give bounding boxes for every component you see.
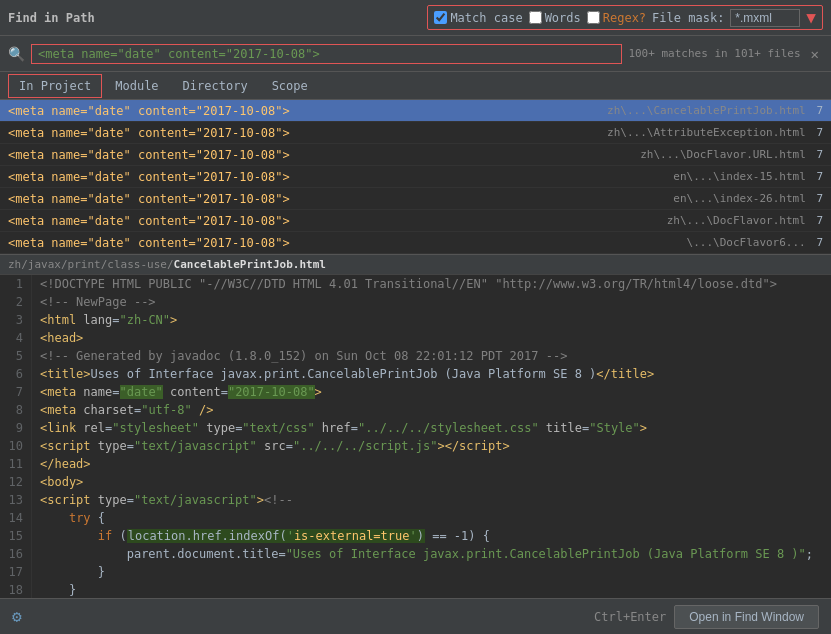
code-line: 6 <title>Uses of Interface javax.print.C… xyxy=(0,365,831,383)
regex-option[interactable]: Regex? xyxy=(587,11,646,25)
code-line: 8 <meta charset="utf-8" /> xyxy=(0,401,831,419)
result-row[interactable]: <meta name="date" content="2017-10-08"> … xyxy=(0,166,831,188)
result-match-text: <meta name="date" content="2017-10-08"> xyxy=(8,148,290,162)
result-file-path: en\...\index-26.html 7 xyxy=(673,192,823,205)
main-content: <meta name="date" content="2017-10-08"> … xyxy=(0,100,831,598)
dialog-title: Find in Path xyxy=(8,11,95,25)
code-line: 11 </head> xyxy=(0,455,831,473)
code-line: 1 <!DOCTYPE HTML PUBLIC "-//W3C//DTD HTM… xyxy=(0,275,831,293)
regex-checkbox[interactable] xyxy=(587,11,600,24)
code-line: 4 <head> xyxy=(0,329,831,347)
result-file-path: \...\DocFlavor6... 7 xyxy=(687,236,823,249)
code-line: 10 <script type="text/javascript" src=".… xyxy=(0,437,831,455)
code-line: 15 if (location.href.indexOf('is-externa… xyxy=(0,527,831,545)
code-line: 3 <html lang="zh-CN"> xyxy=(0,311,831,329)
result-match-text: <meta name="date" content="2017-10-08"> xyxy=(8,170,290,184)
words-option[interactable]: Words xyxy=(529,11,581,25)
filter-icon[interactable]: ▼ xyxy=(806,8,816,27)
tab-in-project[interactable]: In Project xyxy=(8,74,102,98)
file-path-filename: CancelablePrintJob.html xyxy=(174,258,326,271)
code-line: 12 <body> xyxy=(0,473,831,491)
file-mask-input[interactable] xyxy=(730,9,800,27)
code-line: 9 <link rel="stylesheet" type="text/css"… xyxy=(0,419,831,437)
scope-tabs: In Project Module Directory Scope xyxy=(0,72,831,100)
result-row[interactable]: <meta name="date" content="2017-10-08"> … xyxy=(0,100,831,122)
file-path-prefix: zh/javax/print/class-use/ xyxy=(8,258,174,271)
open-in-find-window-button[interactable]: Open in Find Window xyxy=(674,605,819,629)
file-path-header: zh/javax/print/class-use/CancelablePrint… xyxy=(0,255,831,275)
keyboard-shortcut: Ctrl+Enter xyxy=(594,610,666,624)
code-view: 1 <!DOCTYPE HTML PUBLIC "-//W3C//DTD HTM… xyxy=(0,275,831,598)
match-case-label: Match case xyxy=(450,11,522,25)
result-match-text: <meta name="date" content="2017-10-08"> xyxy=(8,104,290,118)
result-file-path: en\...\index-15.html 7 xyxy=(673,170,823,183)
code-line: 17 } xyxy=(0,563,831,581)
search-icon: 🔍 xyxy=(8,46,25,62)
result-row[interactable]: <meta name="date" content="2017-10-08"> … xyxy=(0,144,831,166)
result-row[interactable]: <meta name="date" content="2017-10-08"> … xyxy=(0,210,831,232)
code-line-highlighted: 7 <meta name="date" content="2017-10-08"… xyxy=(0,383,831,401)
top-bar: Find in Path Match case Words Regex? Fil… xyxy=(0,0,831,36)
regex-label: Regex? xyxy=(603,11,646,25)
result-match-text: <meta name="date" content="2017-10-08"> xyxy=(8,236,290,250)
result-row[interactable]: <meta name="date" content="2017-10-08"> … xyxy=(0,122,831,144)
search-options-panel: Match case Words Regex? File mask: ▼ xyxy=(427,5,823,30)
code-line: 14 try { xyxy=(0,509,831,527)
gear-icon[interactable]: ⚙ xyxy=(12,607,22,626)
words-checkbox[interactable] xyxy=(529,11,542,24)
code-line: 13 <script type="text/javascript"><!-- xyxy=(0,491,831,509)
code-line: 2 <!-- NewPage --> xyxy=(0,293,831,311)
result-match-text: <meta name="date" content="2017-10-08"> xyxy=(8,126,290,140)
result-match-text: <meta name="date" content="2017-10-08"> xyxy=(8,192,290,206)
match-count: 100+ matches in 101+ files xyxy=(628,47,800,60)
code-line: 5 <!-- Generated by javadoc (1.8.0_152) … xyxy=(0,347,831,365)
result-file-path: zh\...\AttributeException.html 7 xyxy=(607,126,823,139)
result-row[interactable]: <meta name="date" content="2017-10-08"> … xyxy=(0,188,831,210)
code-line: 16 parent.document.title="Uses of Interf… xyxy=(0,545,831,563)
bottom-bar: ⚙ Ctrl+Enter Open in Find Window xyxy=(0,598,831,634)
search-bar: 🔍 100+ matches in 101+ files ✕ xyxy=(0,36,831,72)
file-mask-label: File mask: xyxy=(652,11,724,25)
result-file-path: zh\...\CancelablePrintJob.html 7 xyxy=(607,104,823,117)
result-match-text: <meta name="date" content="2017-10-08"> xyxy=(8,214,290,228)
match-case-checkbox[interactable] xyxy=(434,11,447,24)
tab-module[interactable]: Module xyxy=(104,74,169,98)
clear-search-button[interactable]: ✕ xyxy=(807,46,823,62)
result-row[interactable]: <meta name="date" content="2017-10-08"> … xyxy=(0,232,831,254)
code-line: 18 } xyxy=(0,581,831,598)
words-label: Words xyxy=(545,11,581,25)
tab-scope[interactable]: Scope xyxy=(261,74,319,98)
tab-directory[interactable]: Directory xyxy=(172,74,259,98)
match-case-option[interactable]: Match case xyxy=(434,11,522,25)
search-input[interactable] xyxy=(31,44,622,64)
result-file-path: zh\...\DocFlavor.URL.html 7 xyxy=(640,148,823,161)
result-file-path: zh\...\DocFlavor.html 7 xyxy=(667,214,823,227)
results-list: <meta name="date" content="2017-10-08"> … xyxy=(0,100,831,255)
